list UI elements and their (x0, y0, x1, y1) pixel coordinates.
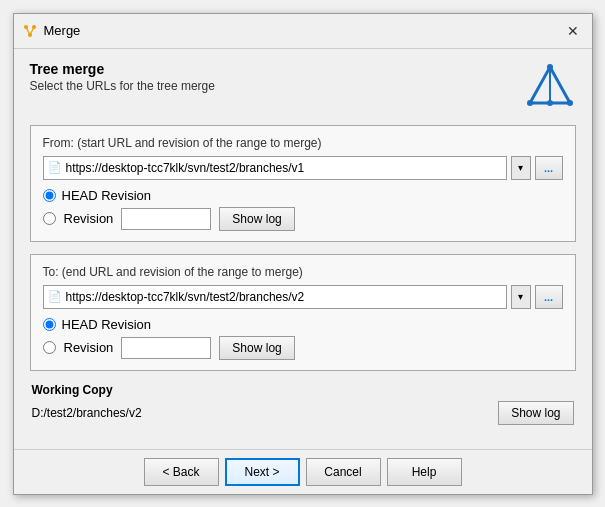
to-section: To: (end URL and revision of the range t… (30, 254, 576, 371)
to-revision-input[interactable] (121, 337, 211, 359)
to-show-log-button[interactable]: Show log (219, 336, 294, 360)
svg-point-8 (547, 64, 553, 70)
from-url-row: 📄 https://desktop-tcc7klk/svn/test2/bran… (43, 156, 563, 180)
to-label: To: (end URL and revision of the range t… (43, 265, 563, 279)
from-section: From: (start URL and revision of the ran… (30, 125, 576, 242)
header-section: Tree merge Select the URLs for the tree … (30, 61, 576, 113)
from-label: From: (start URL and revision of the ran… (43, 136, 563, 150)
header-text: Tree merge Select the URLs for the tree … (30, 61, 215, 93)
from-revision-input[interactable] (121, 208, 211, 230)
working-copy-path: D:/test2/branches/v2 (32, 406, 142, 420)
to-url-input-wrap[interactable]: 📄 https://desktop-tcc7klk/svn/test2/bran… (43, 285, 507, 309)
working-copy-row: D:/test2/branches/v2 Show log (32, 401, 574, 425)
working-copy-section: Working Copy D:/test2/branches/v2 Show l… (30, 383, 576, 425)
from-url-text: https://desktop-tcc7klk/svn/test2/branch… (66, 161, 502, 175)
to-revision-row: Revision Show log (43, 336, 563, 360)
to-head-revision-radio[interactable] (43, 318, 56, 331)
next-button[interactable]: Next > (225, 458, 300, 486)
from-head-revision-row: HEAD Revision (43, 188, 563, 203)
svg-point-9 (527, 100, 533, 106)
working-copy-show-log-button[interactable]: Show log (498, 401, 573, 425)
from-head-revision-radio[interactable] (43, 189, 56, 202)
back-button[interactable]: < Back (144, 458, 219, 486)
help-button[interactable]: Help (387, 458, 462, 486)
header-title: Tree merge (30, 61, 215, 77)
title-bar: Merge ✕ (14, 14, 592, 49)
to-url-dropdown[interactable]: ▾ (511, 285, 531, 309)
svn-tree-logo (524, 61, 576, 113)
cancel-button[interactable]: Cancel (306, 458, 381, 486)
to-head-revision-row: HEAD Revision (43, 317, 563, 332)
to-url-text: https://desktop-tcc7klk/svn/test2/branch… (66, 290, 502, 304)
from-head-revision-label[interactable]: HEAD Revision (62, 188, 152, 203)
dialog-body: Tree merge Select the URLs for the tree … (14, 49, 592, 449)
from-revision-label[interactable]: Revision (64, 211, 114, 226)
svg-line-3 (26, 27, 30, 35)
header-subtitle: Select the URLs for the tree merge (30, 79, 215, 93)
title-bar-left: Merge (22, 23, 81, 39)
from-revision-row: Revision Show log (43, 207, 563, 231)
to-url-row: 📄 https://desktop-tcc7klk/svn/test2/bran… (43, 285, 563, 309)
dialog-title: Merge (44, 23, 81, 38)
from-url-input-wrap[interactable]: 📄 https://desktop-tcc7klk/svn/test2/bran… (43, 156, 507, 180)
to-browse-button[interactable]: ... (535, 285, 563, 309)
working-copy-label: Working Copy (32, 383, 574, 397)
from-browse-button[interactable]: ... (535, 156, 563, 180)
from-show-log-button[interactable]: Show log (219, 207, 294, 231)
footer: < Back Next > Cancel Help (14, 449, 592, 494)
merge-icon (22, 23, 38, 39)
merge-dialog: Merge ✕ Tree merge Select the URLs for t… (13, 13, 593, 495)
svg-line-4 (30, 27, 34, 35)
from-revision-radio[interactable] (43, 212, 56, 225)
to-head-revision-label[interactable]: HEAD Revision (62, 317, 152, 332)
to-revision-label[interactable]: Revision (64, 340, 114, 355)
from-url-dropdown[interactable]: ▾ (511, 156, 531, 180)
svg-point-10 (567, 100, 573, 106)
to-url-icon: 📄 (48, 290, 62, 303)
from-url-icon: 📄 (48, 161, 62, 174)
to-revision-radio[interactable] (43, 341, 56, 354)
close-button[interactable]: ✕ (562, 20, 584, 42)
svg-point-11 (547, 100, 553, 106)
